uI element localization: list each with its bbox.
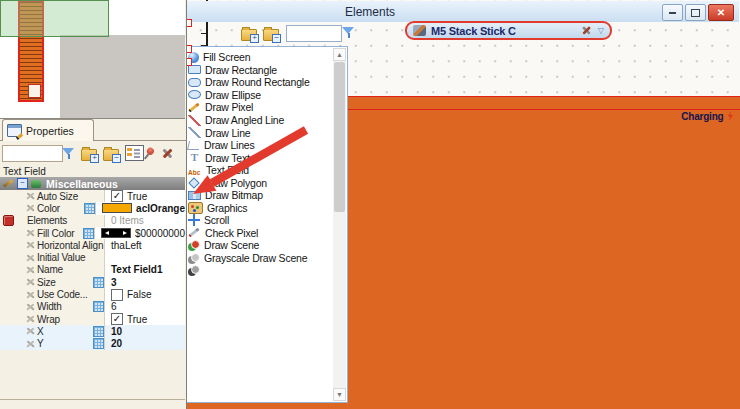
dialog-search-input[interactable] (286, 25, 342, 42)
property-value[interactable]: Text Field1 (104, 264, 185, 276)
color-swatch[interactable] (102, 203, 132, 213)
selected-object-name: Text Field (3, 166, 46, 177)
maximize-button[interactable] (685, 4, 706, 21)
property-row[interactable]: Width6 (0, 301, 185, 313)
close-button[interactable]: ✕ (708, 4, 734, 21)
property-value-text: 6 (111, 301, 117, 312)
folder-expand-icon[interactable] (81, 149, 97, 161)
expand-icon[interactable] (93, 277, 104, 288)
chevron-down-icon[interactable]: ▽ (598, 26, 604, 35)
property-value[interactable] (104, 251, 185, 263)
minimap[interactable] (0, 0, 185, 119)
property-row[interactable]: NameText Field1 (0, 264, 185, 276)
filter-icon[interactable] (342, 26, 355, 39)
bitmap-icon (188, 191, 201, 200)
property-row[interactable]: Fill Color$00000000 (0, 227, 185, 239)
property-tool-icon (25, 203, 36, 213)
palette-item[interactable]: Draw Lines (168, 139, 333, 152)
property-name: Use Code... (0, 288, 104, 300)
folder-expand-icon[interactable] (241, 29, 257, 41)
palette-item[interactable]: Draw Round Rectangle (168, 76, 333, 89)
palette-item[interactable]: Draw Bitmap (168, 189, 333, 202)
property-row[interactable]: Use Code...False (0, 288, 185, 300)
tab-properties[interactable]: Properties (2, 119, 94, 141)
property-row[interactable]: Elements0 Items (0, 215, 185, 227)
m5-stack-component-header[interactable]: M5 Stack Stick C ▽ (405, 21, 612, 40)
property-row[interactable]: Horizontal AlignthaLeft (0, 239, 185, 251)
property-tool-icon (25, 253, 36, 263)
settings-icon[interactable] (161, 147, 174, 160)
property-value[interactable]: 10 (104, 325, 185, 337)
palette-item[interactable]: Draw Ellipse (168, 89, 333, 102)
property-row[interactable]: Y20 (0, 338, 185, 350)
palette-item[interactable]: Draw Pixel (168, 101, 333, 114)
palette-item-label: Fill Screen (203, 51, 250, 63)
text-field-icon (188, 166, 202, 175)
property-name: Horizontal Align (0, 239, 104, 251)
scrollbar-thumb[interactable] (334, 62, 345, 212)
palette-item-label: Draw Pixel (205, 101, 253, 113)
property-value[interactable]: 6 (104, 301, 185, 313)
property-name: Width (0, 301, 104, 313)
expand-icon[interactable] (93, 301, 104, 312)
minimap-viewport[interactable] (0, 0, 109, 37)
checkbox-icon[interactable] (111, 313, 123, 325)
property-value[interactable]: False (104, 288, 185, 300)
property-value[interactable]: 0 Items (104, 215, 185, 227)
folder-collapse-icon[interactable] (263, 29, 279, 41)
folder-collapse-icon[interactable] (103, 149, 119, 161)
palette-item[interactable] (168, 264, 333, 277)
property-value[interactable]: True (104, 313, 185, 325)
collapse-icon[interactable]: − (17, 178, 28, 189)
palette-item-label: Draw Lines (204, 139, 255, 151)
property-row[interactable]: ColoraclOrange (0, 202, 185, 214)
category-header-miscellaneous[interactable]: − Miscellaneous (0, 177, 185, 190)
expand-icon[interactable] (83, 228, 94, 239)
wrench-icon (3, 179, 13, 187)
palette-item[interactable]: Draw Polygon (168, 176, 333, 189)
property-row[interactable]: Initial Value (0, 251, 185, 263)
pin-icon[interactable] (139, 144, 157, 162)
property-value[interactable]: aclOrange (95, 202, 185, 214)
property-row[interactable]: Auto SizeTrue (0, 190, 185, 202)
property-row[interactable]: WrapTrue (0, 313, 185, 325)
palette-item[interactable]: Grayscale Draw Scene (168, 252, 333, 265)
element-palette[interactable]: Fill ScreenDraw RectangleDraw Round Rect… (167, 46, 348, 403)
scroll-up-icon[interactable]: ▲ (333, 48, 346, 61)
palette-item[interactable]: Draw Scene (168, 239, 333, 252)
minimize-button[interactable] (662, 4, 683, 21)
palette-item[interactable]: Draw Line (168, 126, 333, 139)
checkbox-icon[interactable] (111, 289, 123, 301)
palette-scrollbar[interactable]: ▲ ▼ (333, 48, 346, 401)
line-icon (188, 127, 201, 138)
property-value[interactable]: 20 (104, 338, 185, 350)
property-tool-icon (25, 290, 36, 300)
palette-item[interactable]: Scroll (168, 214, 333, 227)
filter-icon[interactable] (62, 147, 75, 160)
properties-search-input[interactable] (2, 145, 63, 162)
expand-icon[interactable] (84, 203, 95, 214)
scroll-down-icon[interactable]: ▼ (333, 388, 346, 401)
property-label: Fill Color (37, 228, 74, 239)
palette-item[interactable]: Check Pixel (168, 227, 333, 240)
palette-item[interactable]: Draw Rectangle (168, 64, 333, 77)
palette-item[interactable]: Fill Screen (168, 51, 333, 64)
palette-item-label: Draw Text (205, 152, 250, 164)
palette-item-label: Graphics (207, 202, 247, 214)
checkbox-icon[interactable] (111, 190, 123, 202)
property-value[interactable]: $00000000 (94, 227, 185, 239)
graphics-icon (188, 202, 203, 214)
expand-icon[interactable] (93, 326, 104, 337)
expand-icon[interactable] (93, 338, 104, 349)
property-value[interactable]: 3 (104, 276, 185, 288)
palette-item[interactable]: Graphics (168, 202, 333, 215)
property-row[interactable]: Size3 (0, 276, 185, 288)
palette-item[interactable]: Text Field (168, 164, 333, 177)
palette-item[interactable]: Draw Text (168, 151, 333, 164)
palette-item[interactable]: Draw Angled Line (168, 114, 333, 127)
component-tools-icon[interactable] (581, 25, 592, 36)
property-value[interactable]: thaLeft (104, 239, 185, 251)
property-value[interactable]: True (104, 190, 185, 202)
property-row[interactable]: X10 (0, 325, 185, 337)
color-swatch[interactable] (101, 228, 131, 238)
